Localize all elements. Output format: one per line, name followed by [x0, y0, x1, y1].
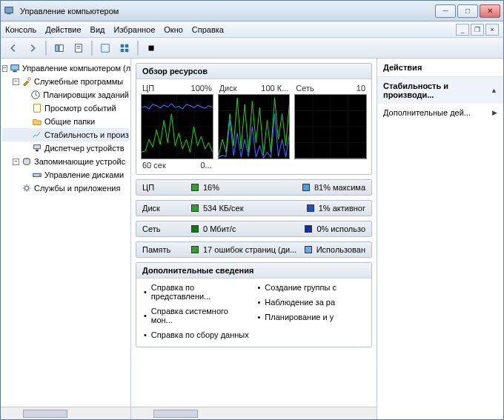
menu-help[interactable]: Справка: [192, 25, 224, 34]
svg-rect-8: [121, 44, 124, 47]
svg-rect-19: [36, 150, 39, 152]
collapse-icon[interactable]: −: [13, 159, 19, 165]
tree-label: Управление дисками: [44, 169, 124, 181]
tree-group-tools[interactable]: − Служебные программы: [2, 75, 129, 88]
menu-action[interactable]: Действие: [45, 25, 81, 34]
separator: [137, 41, 139, 56]
chart-disk: Диск100 К...: [218, 84, 291, 170]
tree-root[interactable]: − Управление компьютером (л: [2, 61, 129, 75]
separator: [45, 41, 47, 56]
chevron-right-icon: ▶: [492, 109, 497, 116]
window-controls: ─ □ ✕: [435, 4, 500, 18]
row-name: Сеть: [142, 224, 187, 233]
app-icon: [4, 5, 16, 17]
chart-net: Сеть10: [294, 84, 367, 170]
show-hide-button[interactable]: [51, 40, 67, 56]
color-swatch: [302, 184, 310, 191]
svg-rect-1: [7, 13, 10, 14]
color-swatch: [191, 184, 199, 191]
row-cpu[interactable]: ЦП 16% 81% максима: [136, 179, 372, 196]
row-name: ЦП: [142, 183, 187, 192]
view-button-1[interactable]: [97, 40, 113, 56]
help-link[interactable]: Справка по представлени...: [144, 283, 251, 301]
tree-label: Управление компьютером (л: [22, 62, 130, 74]
tree-item-scheduler[interactable]: Планировщик заданий: [2, 88, 129, 101]
help-link[interactable]: Создание группы с: [258, 283, 365, 292]
tree-group-storage[interactable]: − Запоминающие устройс: [2, 155, 129, 168]
window-title: Управление компьютером: [20, 7, 435, 16]
row-net[interactable]: Сеть 0 Мбит/с 0% использо: [136, 221, 372, 237]
minimize-button[interactable]: ─: [435, 4, 456, 18]
svg-rect-17: [34, 104, 41, 113]
tree-label: Стабильность и произ: [44, 129, 129, 141]
collapse-icon[interactable]: −: [2, 65, 7, 72]
tree-item-shares[interactable]: Общие папки: [2, 115, 129, 128]
tree-pane: − Управление компьютером (л − Служебные …: [1, 59, 131, 419]
tree-item-devmgr[interactable]: Диспетчер устройств: [2, 141, 129, 155]
forward-button[interactable]: [24, 40, 41, 56]
svg-rect-9: [125, 44, 128, 47]
tree-label: Общие папки: [44, 116, 95, 127]
maximize-button[interactable]: □: [457, 4, 478, 18]
help-link[interactable]: Планирование и у: [258, 313, 365, 321]
menu-favorites[interactable]: Избранное: [114, 25, 156, 34]
toolbar: [1, 38, 503, 59]
stop-button[interactable]: [143, 40, 159, 56]
nav-tree[interactable]: − Управление компьютером (л − Служебные …: [1, 59, 130, 407]
properties-button[interactable]: [70, 40, 87, 56]
svg-rect-0: [5, 7, 13, 13]
row-disk[interactable]: Диск 534 КБ/сек 1% активног: [136, 200, 372, 216]
scrollbar-thumb[interactable]: [23, 410, 67, 418]
chart-xleft: 60 сек: [142, 161, 166, 170]
help-link[interactable]: Справка системного мон...: [144, 307, 251, 324]
close-button[interactable]: ✕: [480, 4, 500, 18]
color-swatch: [305, 246, 312, 253]
separator: [91, 41, 93, 56]
help-link[interactable]: Справка по сбору данных: [144, 330, 251, 339]
chart-icon: [32, 130, 42, 140]
center-hscrollbar[interactable]: [131, 407, 377, 419]
chart-max: 100%: [191, 84, 212, 93]
menu-window[interactable]: Окно: [164, 25, 183, 34]
color-swatch: [191, 246, 199, 253]
addinfo-panel: Дополнительные сведения Справка по предс…: [136, 262, 372, 347]
actions-group[interactable]: Стабильность и производи... ▲: [377, 77, 503, 104]
tree-group-services[interactable]: Службы и приложения: [2, 181, 129, 195]
disk-icon: [32, 170, 42, 180]
mdi-close-button[interactable]: ×: [485, 24, 499, 36]
tree-item-perfmon[interactable]: Стабильность и произ: [2, 128, 129, 141]
actions-title: Действия: [377, 59, 503, 77]
row-name: Память: [142, 245, 187, 254]
menu-view[interactable]: Вид: [90, 25, 105, 34]
row-value-2: Использован: [316, 245, 365, 254]
row-value-2: 0% использо: [316, 224, 365, 233]
actions-pane: Действия Стабильность и производи... ▲ Д…: [377, 59, 503, 419]
actions-group-label: Стабильность и производи...: [383, 81, 491, 99]
actions-more[interactable]: Дополнительные дей... ▶: [377, 104, 503, 121]
chart-label: ЦП: [142, 84, 154, 93]
titlebar[interactable]: Управление компьютером ─ □ ✕: [1, 1, 503, 21]
mdi-minimize-button[interactable]: _: [456, 24, 469, 36]
row-value-2: 81% максима: [314, 183, 365, 192]
view-button-2[interactable]: [116, 40, 133, 56]
help-link[interactable]: Наблюдение за ра: [258, 298, 365, 307]
tree-item-diskmgmt[interactable]: Управление дисками: [2, 168, 129, 181]
scrollbar-thumb[interactable]: [153, 410, 198, 418]
tree-label: Служебные программы: [34, 76, 123, 87]
chart-max: 10: [357, 84, 365, 93]
clock-icon: [30, 90, 41, 100]
back-button[interactable]: [5, 40, 21, 56]
menu-console[interactable]: Консоль: [5, 25, 36, 34]
mdi-restore-button[interactable]: ❐: [471, 24, 484, 36]
tree-item-events[interactable]: Просмотр событий: [2, 101, 129, 115]
row-mem[interactable]: Память 17 ошибок страниц (ди... Использо…: [136, 241, 372, 258]
center-pane: Обзор ресурсов ЦП100% 60 се: [131, 59, 377, 419]
collapse-icon[interactable]: −: [13, 79, 19, 85]
svg-point-22: [39, 175, 41, 176]
tree-label: Планировщик заданий: [43, 89, 129, 101]
svg-rect-14: [13, 71, 16, 73]
tree-hscrollbar[interactable]: [1, 407, 130, 419]
svg-rect-18: [34, 145, 41, 149]
device-icon: [32, 143, 42, 153]
chevron-up-icon: ▲: [491, 87, 497, 94]
